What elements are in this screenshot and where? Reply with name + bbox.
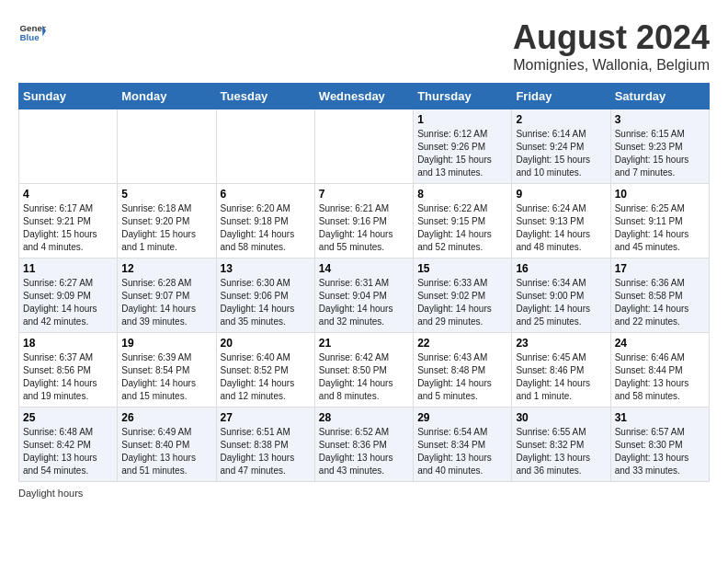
day-info: Sunrise: 6:43 AM Sunset: 8:48 PM Dayligh… — [417, 351, 507, 403]
cell-week4-day1: 19Sunrise: 6:39 AM Sunset: 8:54 PM Dayli… — [118, 333, 216, 408]
day-info: Sunrise: 6:31 AM Sunset: 9:04 PM Dayligh… — [319, 277, 409, 328]
day-number: 11 — [23, 262, 113, 275]
cell-week1-day1 — [118, 109, 216, 184]
week-row-5: 25Sunrise: 6:48 AM Sunset: 8:42 PM Dayli… — [19, 408, 710, 482]
day-number: 13 — [221, 262, 311, 275]
day-number: 2 — [516, 113, 606, 126]
svg-text:General: General — [20, 23, 47, 33]
col-saturday: Saturday — [610, 84, 709, 109]
cell-week1-day2 — [216, 109, 314, 184]
day-info: Sunrise: 6:40 AM Sunset: 8:52 PM Dayligh… — [221, 351, 311, 403]
day-number: 17 — [615, 262, 705, 275]
days-of-week-row: Sunday Monday Tuesday Wednesday Thursday… — [19, 84, 710, 109]
day-info: Sunrise: 6:28 AM Sunset: 9:07 PM Dayligh… — [121, 277, 211, 328]
cell-week1-day0 — [19, 109, 118, 184]
day-number: 29 — [417, 411, 507, 424]
day-number: 1 — [417, 113, 507, 126]
cell-week1-day3 — [314, 109, 413, 184]
calendar-body: 1Sunrise: 6:12 AM Sunset: 9:26 PM Daylig… — [19, 109, 710, 482]
cell-week3-day0: 11Sunrise: 6:27 AM Sunset: 9:09 PM Dayli… — [19, 259, 118, 333]
day-number: 4 — [23, 188, 113, 201]
day-number: 20 — [221, 337, 311, 350]
day-info: Sunrise: 6:20 AM Sunset: 9:18 PM Dayligh… — [221, 202, 311, 254]
cell-week2-day5: 9Sunrise: 6:24 AM Sunset: 9:13 PM Daylig… — [512, 184, 610, 259]
col-friday: Friday — [512, 84, 610, 109]
week-row-3: 11Sunrise: 6:27 AM Sunset: 9:09 PM Dayli… — [19, 259, 710, 333]
footer-note: Daylight hours — [18, 488, 710, 499]
cell-week2-day2: 6Sunrise: 6:20 AM Sunset: 9:18 PM Daylig… — [216, 184, 314, 259]
col-sunday: Sunday — [19, 84, 118, 109]
day-info: Sunrise: 6:54 AM Sunset: 8:34 PM Dayligh… — [417, 426, 507, 477]
day-number: 9 — [516, 188, 606, 201]
day-info: Sunrise: 6:55 AM Sunset: 8:32 PM Dayligh… — [516, 426, 606, 477]
day-number: 28 — [319, 411, 409, 424]
day-number: 10 — [615, 188, 705, 201]
day-number: 16 — [516, 262, 606, 275]
day-number: 19 — [121, 337, 211, 350]
day-info: Sunrise: 6:33 AM Sunset: 9:02 PM Dayligh… — [417, 277, 507, 328]
cell-week2-day1: 5Sunrise: 6:18 AM Sunset: 9:20 PM Daylig… — [118, 184, 216, 259]
day-number: 8 — [417, 188, 507, 201]
day-number: 25 — [23, 411, 113, 424]
day-info: Sunrise: 6:42 AM Sunset: 8:50 PM Dayligh… — [319, 351, 409, 403]
day-number: 24 — [615, 337, 705, 350]
day-number: 3 — [615, 113, 705, 126]
day-info: Sunrise: 6:46 AM Sunset: 8:44 PM Dayligh… — [615, 351, 705, 403]
day-number: 18 — [23, 337, 113, 350]
day-info: Sunrise: 6:15 AM Sunset: 9:23 PM Dayligh… — [615, 128, 705, 179]
cell-week4-day5: 23Sunrise: 6:45 AM Sunset: 8:46 PM Dayli… — [512, 333, 610, 408]
cell-week3-day6: 17Sunrise: 6:36 AM Sunset: 8:58 PM Dayli… — [610, 259, 709, 333]
calendar-header: Sunday Monday Tuesday Wednesday Thursday… — [19, 84, 710, 109]
col-tuesday: Tuesday — [216, 84, 314, 109]
cell-week5-day4: 29Sunrise: 6:54 AM Sunset: 8:34 PM Dayli… — [414, 408, 512, 482]
day-info: Sunrise: 6:36 AM Sunset: 8:58 PM Dayligh… — [615, 277, 705, 328]
cell-week4-day3: 21Sunrise: 6:42 AM Sunset: 8:50 PM Dayli… — [314, 333, 413, 408]
cell-week4-day4: 22Sunrise: 6:43 AM Sunset: 8:48 PM Dayli… — [414, 333, 512, 408]
cell-week2-day3: 7Sunrise: 6:21 AM Sunset: 9:16 PM Daylig… — [314, 184, 413, 259]
col-wednesday: Wednesday — [314, 84, 413, 109]
cell-week3-day5: 16Sunrise: 6:34 AM Sunset: 9:00 PM Dayli… — [512, 259, 610, 333]
day-number: 22 — [417, 337, 507, 350]
cell-week3-day2: 13Sunrise: 6:30 AM Sunset: 9:06 PM Dayli… — [216, 259, 314, 333]
day-info: Sunrise: 6:30 AM Sunset: 9:06 PM Dayligh… — [221, 277, 311, 328]
week-row-4: 18Sunrise: 6:37 AM Sunset: 8:56 PM Dayli… — [19, 333, 710, 408]
day-info: Sunrise: 6:39 AM Sunset: 8:54 PM Dayligh… — [121, 351, 211, 403]
cell-week2-day0: 4Sunrise: 6:17 AM Sunset: 9:21 PM Daylig… — [19, 184, 118, 259]
day-info: Sunrise: 6:14 AM Sunset: 9:24 PM Dayligh… — [516, 128, 606, 179]
week-row-1: 1Sunrise: 6:12 AM Sunset: 9:26 PM Daylig… — [19, 109, 710, 184]
day-number: 12 — [121, 262, 211, 275]
day-info: Sunrise: 6:24 AM Sunset: 9:13 PM Dayligh… — [516, 202, 606, 254]
cell-week1-day6: 3Sunrise: 6:15 AM Sunset: 9:23 PM Daylig… — [610, 109, 709, 184]
day-info: Sunrise: 6:45 AM Sunset: 8:46 PM Dayligh… — [516, 351, 606, 403]
day-info: Sunrise: 6:52 AM Sunset: 8:36 PM Dayligh… — [319, 426, 409, 477]
day-info: Sunrise: 6:12 AM Sunset: 9:26 PM Dayligh… — [417, 128, 507, 179]
cell-week3-day1: 12Sunrise: 6:28 AM Sunset: 9:07 PM Dayli… — [118, 259, 216, 333]
cell-week3-day4: 15Sunrise: 6:33 AM Sunset: 9:02 PM Dayli… — [414, 259, 512, 333]
day-number: 23 — [516, 337, 606, 350]
day-info: Sunrise: 6:25 AM Sunset: 9:11 PM Dayligh… — [615, 202, 705, 254]
subtitle: Momignies, Wallonia, Belgium — [513, 57, 710, 74]
day-number: 31 — [615, 411, 705, 424]
day-info: Sunrise: 6:57 AM Sunset: 8:30 PM Dayligh… — [615, 426, 705, 477]
day-number: 27 — [221, 411, 311, 424]
logo: General Blue — [18, 18, 46, 46]
cell-week5-day6: 31Sunrise: 6:57 AM Sunset: 8:30 PM Dayli… — [610, 408, 709, 482]
day-number: 15 — [417, 262, 507, 275]
col-monday: Monday — [118, 84, 216, 109]
cell-week2-day6: 10Sunrise: 6:25 AM Sunset: 9:11 PM Dayli… — [610, 184, 709, 259]
day-info: Sunrise: 6:48 AM Sunset: 8:42 PM Dayligh… — [23, 426, 113, 477]
header: General Blue August 2024 Momignies, Wall… — [18, 18, 710, 74]
day-info: Sunrise: 6:27 AM Sunset: 9:09 PM Dayligh… — [23, 277, 113, 328]
cell-week1-day4: 1Sunrise: 6:12 AM Sunset: 9:26 PM Daylig… — [414, 109, 512, 184]
col-thursday: Thursday — [414, 84, 512, 109]
calendar-table: Sunday Monday Tuesday Wednesday Thursday… — [18, 83, 710, 482]
cell-week3-day3: 14Sunrise: 6:31 AM Sunset: 9:04 PM Dayli… — [314, 259, 413, 333]
day-info: Sunrise: 6:51 AM Sunset: 8:38 PM Dayligh… — [221, 426, 311, 477]
cell-week5-day0: 25Sunrise: 6:48 AM Sunset: 8:42 PM Dayli… — [19, 408, 118, 482]
main-title: August 2024 — [513, 18, 710, 57]
cell-week1-day5: 2Sunrise: 6:14 AM Sunset: 9:24 PM Daylig… — [512, 109, 610, 184]
cell-week4-day0: 18Sunrise: 6:37 AM Sunset: 8:56 PM Dayli… — [19, 333, 118, 408]
day-number: 6 — [221, 188, 311, 201]
logo-icon: General Blue — [18, 18, 46, 46]
day-number: 21 — [319, 337, 409, 350]
